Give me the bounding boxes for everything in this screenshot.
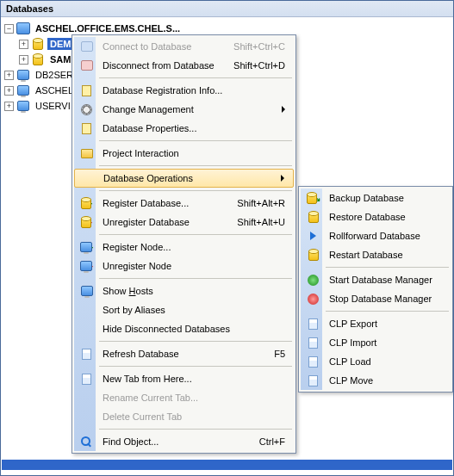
submenu-clp-export[interactable]: CLP Export (301, 314, 451, 333)
menu-shortcut: Shift+Ctrl+C (220, 41, 285, 52)
submenu-clp-import[interactable]: CLP Import (301, 333, 451, 352)
show-hosts-icon (76, 286, 97, 296)
menu-separator (99, 278, 292, 279)
server-icon (16, 83, 30, 97)
menu-label: Database Properties... (97, 123, 285, 133)
find-icon (76, 436, 97, 448)
menu-separator (99, 341, 292, 342)
menu-label: CLP Export (324, 318, 442, 329)
menu-separator (99, 366, 292, 367)
menu-show-hosts[interactable]: Show Hosts Show Hosts (74, 281, 294, 300)
tree-item-label: SAM (47, 53, 73, 65)
submenu-arrow-icon (281, 175, 284, 182)
menu-label: Register Node... (97, 242, 285, 252)
menu-label: CLP Import (324, 337, 442, 348)
register-node-icon: + (76, 242, 97, 252)
menu-register-node[interactable]: + Register Node... (74, 238, 294, 257)
panel-title: Databases (1, 1, 453, 17)
rollforward-icon (302, 232, 324, 240)
expand-icon[interactable]: + (19, 40, 28, 49)
menu-label: Hide Disconnected Databases (97, 324, 285, 334)
tree-root-label: ASCHEL.OFFICE.EMS.CHEL.S... (33, 22, 183, 34)
menu-label: Sort by Aliases (97, 305, 285, 315)
menu-label: CLP Move (324, 375, 442, 386)
menu-separator (99, 190, 292, 191)
submenu-clp-load[interactable]: CLP Load (301, 352, 451, 371)
menu-label: Rename Current Tab... (97, 393, 285, 403)
submenu-stop-db-manager[interactable]: Stop Database Manager (301, 289, 451, 308)
menu-unregister-node[interactable]: − Unregister Node (74, 257, 294, 275)
tree-item-label: DB2SER (33, 69, 76, 81)
register-db-icon: + (76, 198, 97, 209)
menu-refresh-db[interactable]: Refresh Database F5 (74, 344, 294, 363)
tree-item-label: USERVI (33, 100, 73, 112)
menu-separator (99, 140, 292, 141)
submenu-clp-move[interactable]: CLP Move (301, 371, 451, 390)
menu-db-registration-info[interactable]: Database Registration Info... (74, 81, 294, 100)
menu-label: Delete Current Tab (97, 411, 285, 422)
menu-project-interaction[interactable]: Project Interaction (74, 144, 294, 163)
submenu-backup-db[interactable]: ↘ Backup Database (301, 189, 451, 207)
menu-label: Stop Database Manager (324, 294, 442, 304)
menu-sort-by-aliases[interactable]: Sort by Aliases (74, 300, 294, 319)
menu-connect-db: Connect to Database Shift+Ctrl+C (74, 37, 294, 56)
project-icon (76, 149, 97, 158)
unregister-node-icon: − (76, 261, 97, 271)
backup-icon: ↘ (302, 193, 324, 204)
menu-label: Disconnect from Database (97, 60, 220, 71)
menu-label: Connect to Database (97, 41, 220, 52)
menu-label: Restart Database (324, 250, 442, 260)
tree-item-label: ASCHEL (33, 84, 76, 96)
submenu-start-db-manager[interactable]: Start Database Manager (301, 270, 451, 289)
clp-import-icon (302, 337, 324, 349)
menu-label: Project Interaction (97, 148, 285, 158)
submenu-restore-db[interactable]: Restore Database (301, 207, 451, 226)
menu-database-operations[interactable]: Database Operations (74, 169, 294, 188)
expand-icon[interactable]: + (4, 102, 14, 111)
menu-db-properties[interactable]: Database Properties... (74, 119, 294, 138)
properties-icon (76, 123, 97, 134)
menu-label: Find Object... (97, 436, 246, 447)
restart-icon (302, 250, 324, 261)
menu-shortcut: Shift+Alt+U (223, 217, 285, 227)
stop-icon (302, 294, 324, 305)
menu-separator (326, 267, 449, 268)
connect-icon (76, 41, 97, 52)
menu-label: Register Database... (97, 198, 223, 208)
expand-icon[interactable]: + (19, 55, 28, 65)
menu-separator (99, 429, 292, 430)
submenu-arrow-icon (282, 106, 285, 113)
menu-shortcut: Shift+Alt+R (223, 198, 285, 208)
submenu-database-operations: ↘ Backup Database Restore Database Rollf… (298, 186, 453, 393)
submenu-restart-db[interactable]: Restart Database (301, 245, 451, 264)
menu-label: Change Management (97, 104, 275, 114)
menu-new-tab[interactable]: New Tab from Here... (74, 369, 294, 388)
menu-label: Start Database Manager (324, 275, 442, 285)
expand-icon[interactable]: + (4, 86, 14, 96)
menu-shortcut: Shift+Ctrl+D (220, 60, 285, 71)
collapse-icon[interactable]: − (4, 24, 14, 34)
menu-label: New Tab from Here... (97, 374, 285, 384)
server-icon (16, 22, 30, 35)
menu-change-management[interactable]: Change Management (74, 100, 294, 119)
menu-label: Refresh Database (97, 349, 260, 359)
menu-label: Database Registration Info... (97, 85, 285, 96)
submenu-rollforward-db[interactable]: Rollforward Database (301, 226, 451, 245)
refresh-icon (76, 349, 97, 360)
menu-shortcut: F5 (260, 349, 285, 359)
menu-label: Unregister Database (97, 217, 223, 227)
change-mgmt-icon (76, 104, 97, 115)
expand-icon[interactable]: + (4, 71, 14, 80)
disconnect-icon (76, 60, 97, 71)
menu-label: Show Hosts (97, 286, 285, 296)
menu-hide-disconnected[interactable]: Hide Disconnected Databases (74, 319, 294, 338)
menu-unregister-db[interactable]: − Unregister Database Shift+Alt+U (74, 213, 294, 232)
registration-icon (76, 85, 97, 96)
database-icon (31, 37, 45, 51)
menu-separator (99, 234, 292, 235)
menu-shortcut: Ctrl+F (246, 436, 285, 447)
menu-register-db[interactable]: + Register Database... Shift+Alt+R (74, 194, 294, 213)
server-icon (16, 99, 30, 113)
menu-disconnect-db[interactable]: Disconnect from Database Shift+Ctrl+D (74, 56, 294, 75)
menu-find-object[interactable]: Find Object... Ctrl+F (74, 432, 294, 451)
